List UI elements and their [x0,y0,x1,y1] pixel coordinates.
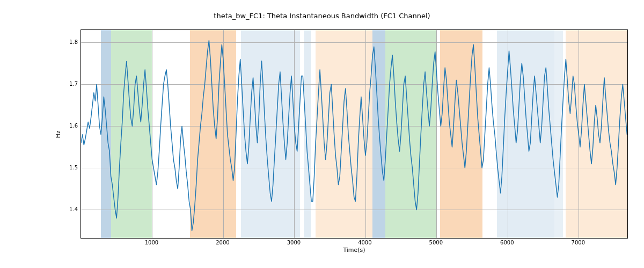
line-path [81,41,627,231]
x-tick-label: 1000 [145,240,158,245]
y-tick-label: 1.4 [64,206,78,212]
x-tick-label: 6000 [500,240,514,245]
y-axis-label-text: Hz [55,130,62,138]
x-tick-label: 4000 [358,240,371,245]
x-tick-label: 2000 [216,240,229,245]
y-tick-label: 1.7 [64,81,78,87]
x-tick-label: 5000 [429,240,443,245]
chart-figure: theta_bw_FC1: Theta Instantaneous Bandwi… [0,0,644,268]
y-tick-label: 1.8 [64,39,78,45]
x-tick-label: 3000 [287,240,301,245]
x-axis-label: Time(s) [80,247,628,254]
y-axis-label: Hz [55,29,61,239]
x-tick-label: 7000 [572,240,585,245]
y-tick-label: 1.6 [64,123,78,129]
y-tick-label: 1.5 [64,165,78,170]
plot-area [80,29,628,239]
chart-title: theta_bw_FC1: Theta Instantaneous Bandwi… [0,12,644,20]
line-series [81,30,628,239]
